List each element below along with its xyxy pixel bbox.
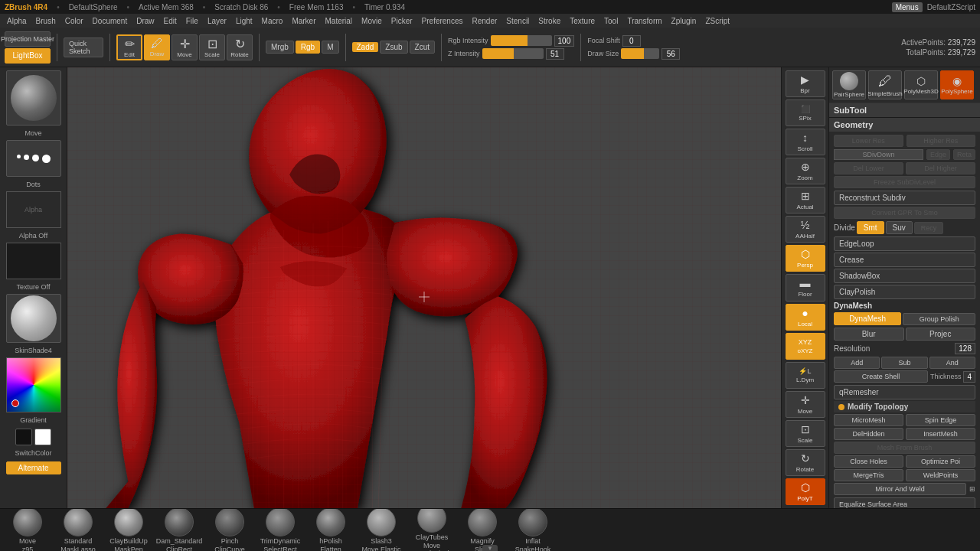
rotate2-btn[interactable]: ↻ Rotate [786, 449, 825, 476]
dynamesh-btn[interactable]: DynaMesh [834, 312, 901, 325]
alternate-btn[interactable]: Alternate [6, 461, 61, 474]
menu-brush[interactable]: Brush [32, 16, 60, 26]
pairsphere-btn[interactable]: PairSphere [832, 70, 866, 99]
floor-btn[interactable]: ▬ Floor [786, 274, 825, 301]
scroll-btn[interactable]: ↕ Scroll [786, 129, 825, 155]
brush-claybuild[interactable]: ClayBuildUp MaskPen [104, 508, 153, 551]
color-swatch-black[interactable] [15, 429, 32, 445]
draw-size-slider[interactable] [621, 48, 659, 59]
edit-icon-btn[interactable]: ✏ Edit [116, 34, 142, 60]
freeze-subdiv-btn[interactable]: Freeze SubDivLevel [834, 176, 975, 188]
menu-color[interactable]: Color [61, 16, 87, 26]
xyz-btn[interactable]: XYZ oXYZ [786, 333, 825, 360]
project-btn[interactable]: Projec [906, 328, 976, 341]
brush-magnify[interactable]: Magnify Slide [458, 508, 507, 551]
projection-master-btn[interactable]: Projection Master [5, 31, 51, 47]
rgb-btn[interactable]: Rgb [296, 41, 320, 54]
color-picker[interactable] [6, 357, 61, 412]
close-holes-btn[interactable]: Close Holes [834, 455, 903, 468]
persp-btn[interactable]: ⬡ Persp [786, 245, 825, 272]
brush-preview[interactable] [6, 70, 61, 126]
local-btn[interactable]: ● Local [786, 304, 825, 331]
draw-icon-btn[interactable]: 🖊 Draw [144, 34, 170, 60]
scale-icon-btn[interactable]: ⊡ Scale [199, 34, 225, 60]
ldym-btn[interactable]: ⚡L L.Dym [786, 362, 825, 389]
zadd-btn[interactable]: Zadd [352, 42, 379, 52]
menu-layer[interactable]: Layer [204, 16, 230, 26]
menu-transform[interactable]: Transform [623, 16, 665, 26]
menu-marker[interactable]: Marker [288, 16, 319, 26]
polymesh3d-btn[interactable]: ⬡ PolyMesh3D [904, 70, 938, 99]
edgeloop-btn[interactable]: EdgeLoop [834, 236, 975, 251]
rgb-intensity-slider[interactable] [491, 35, 552, 46]
alpha-preview[interactable]: Alpha [6, 191, 61, 228]
polyt-btn[interactable]: ⬡ PolyT [786, 478, 825, 505]
menu-stroke[interactable]: Stroke [534, 16, 564, 26]
recy-btn[interactable]: Recy [914, 222, 944, 234]
spix-btn[interactable]: ⬛ SPix [786, 99, 825, 126]
brush-slash3[interactable]: Slash3 Move Elastic [357, 508, 406, 551]
weldpoints-btn[interactable]: WeldPoints [906, 469, 975, 481]
bottom-arrow[interactable]: ▼ [482, 545, 498, 551]
menu-render[interactable]: Render [469, 16, 501, 26]
brush-pinch[interactable]: Pinch ClipCurve [205, 508, 254, 551]
menu-macro[interactable]: Macro [258, 16, 287, 26]
actual-btn[interactable]: ⊞ Actual [786, 187, 825, 214]
material-preview[interactable] [6, 294, 61, 343]
m-btn[interactable]: M [322, 41, 338, 54]
blur-btn[interactable]: Blur [834, 328, 904, 341]
brush-hpolish[interactable]: hPolish Flatten [306, 508, 355, 551]
menu-alpha[interactable]: Alpha [3, 16, 31, 26]
z-intensity-slider[interactable] [482, 48, 544, 59]
menu-stencil[interactable]: Stencil [502, 16, 533, 26]
del-higher-btn[interactable]: Del Higher [906, 162, 975, 174]
higher-res-btn[interactable]: Higher Res [906, 135, 976, 147]
delhidden-btn[interactable]: DelHidden [834, 428, 903, 440]
brush-inflat[interactable]: Inflat SnakeHook [508, 508, 557, 551]
reconstruct-subdiv-btn[interactable]: Reconstruct Subdiv [834, 191, 975, 205]
aahalf-btn[interactable]: ½ AAHalf [786, 216, 825, 243]
menu-zscript[interactable]: ZScript [701, 16, 733, 26]
polysphere-btn[interactable]: ◉ PolySphere [940, 70, 974, 99]
scale2-btn[interactable]: ⊡ Scale [786, 420, 825, 447]
subtool-header[interactable]: SubTool [829, 103, 980, 117]
lower-res-btn[interactable]: Lower Res [834, 135, 903, 147]
move2-btn[interactable]: ✛ Move [786, 391, 825, 418]
menu-picker[interactable]: Picker [387, 16, 416, 26]
menu-zplugin[interactable]: Zplugin [668, 16, 701, 26]
menu-edit[interactable]: Edit [160, 16, 181, 26]
texture-preview[interactable] [6, 243, 61, 279]
spin-edge-btn[interactable]: Spin Edge [906, 414, 975, 426]
group-polish-btn[interactable]: Group Polish [903, 313, 975, 325]
mrgb-btn[interactable]: Mrgb [266, 41, 294, 54]
zoom-btn[interactable]: ⊕ Zoom [786, 158, 825, 184]
equalize-surface-btn[interactable]: Equalize Surface Area [834, 497, 975, 508]
menu-document[interactable]: Document [89, 16, 132, 26]
claypolish-btn[interactable]: ClayPolish [834, 285, 975, 299]
smt-btn[interactable]: Smt [857, 221, 884, 234]
color-swatch-white[interactable] [34, 429, 51, 445]
rotate-icon-btn[interactable]: ↻ Rotate [227, 34, 253, 60]
menus-btn[interactable]: Menus [892, 2, 923, 12]
bpr-btn[interactable]: ▶ Bpr [786, 70, 825, 97]
edge-btn[interactable]: Edge [926, 149, 950, 160]
menu-material[interactable]: Material [322, 16, 357, 26]
mesh-from-brush-btn[interactable]: Mesh From Brush [834, 442, 975, 454]
mergetris-btn[interactable]: MergeTris [834, 469, 903, 481]
reta-btn[interactable]: Reta [953, 149, 975, 160]
stroke-preview[interactable] [6, 140, 61, 177]
zcut-btn[interactable]: Zcut [410, 41, 435, 54]
mirror-weld-btn[interactable]: Mirror And Weld [834, 483, 966, 495]
brush-trimdynamic[interactable]: TrimDynamic SelectRect [256, 508, 305, 551]
menu-tool[interactable]: Tool [600, 16, 622, 26]
menu-preferences[interactable]: Preferences [418, 16, 467, 26]
qremesher-btn[interactable]: qRemesher [834, 385, 975, 399]
optimize-poi-btn[interactable]: Optimize Poi [906, 455, 975, 468]
lightbox-btn[interactable]: LightBox [5, 48, 51, 64]
zsub-btn[interactable]: Zsub [380, 41, 407, 54]
crease-btn[interactable]: Crease [834, 253, 975, 267]
create-shell-btn[interactable]: Create Shell [834, 370, 928, 383]
sub-btn[interactable]: Sub [881, 357, 927, 369]
micromesh-btn[interactable]: MicroMesh [834, 414, 903, 426]
quick-sketch-btn[interactable]: Quick Sketch [64, 37, 103, 57]
